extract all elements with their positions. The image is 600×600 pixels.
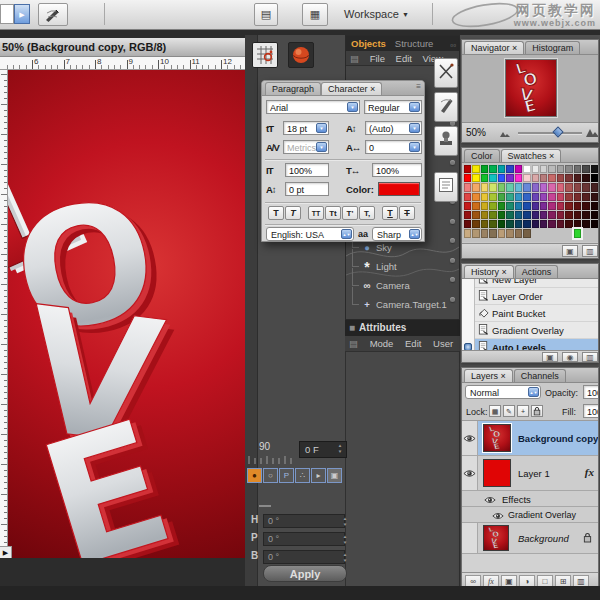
object-visibility-dot[interactable] [450, 277, 455, 282]
swatch[interactable] [515, 202, 522, 210]
swatch[interactable] [557, 174, 564, 182]
swatch[interactable] [532, 174, 539, 182]
swatch[interactable] [565, 183, 572, 191]
p-input[interactable]: 0 ° [263, 532, 345, 546]
swatch[interactable] [472, 202, 479, 210]
swatch[interactable] [515, 193, 522, 201]
swatch[interactable] [557, 183, 564, 191]
blend-mode-stepper[interactable]: ▲▼ [528, 387, 539, 397]
layer-row-layer-1[interactable]: Layer 1 fx [462, 456, 599, 491]
history-source-icon[interactable] [464, 343, 472, 351]
blend-mode-select[interactable]: Normal▲▼ [465, 385, 541, 399]
history-item[interactable]: Gradient Overlay [462, 322, 599, 339]
swatch[interactable] [472, 220, 479, 228]
swatch[interactable] [591, 165, 598, 173]
swatch[interactable] [582, 174, 589, 182]
link-layers-icon[interactable]: ∞ [465, 575, 481, 587]
horizontal-scale-field[interactable]: 100% [372, 163, 422, 177]
tab-channels[interactable]: Channels [514, 369, 566, 382]
swatch[interactable] [523, 229, 530, 237]
layer-row-background-copy[interactable]: Background copy [462, 421, 599, 456]
navigator-zoom-value[interactable]: 50% [466, 127, 486, 138]
object-row-light[interactable]: * Light [350, 258, 455, 276]
history-item-selected[interactable]: Auto Levels [462, 339, 599, 350]
objects-menu-file[interactable]: File [370, 53, 385, 64]
autokey-button[interactable]: ● [247, 468, 262, 483]
swatch[interactable] [557, 202, 564, 210]
swatch[interactable] [523, 211, 530, 219]
tool-preset-field[interactable] [0, 4, 14, 24]
time-stepper[interactable]: ▲▼ [336, 443, 344, 455]
delete-swatch-button[interactable]: ▥ [582, 245, 598, 257]
object-visibility-dot[interactable] [450, 160, 455, 165]
small-caps-button[interactable]: Tt [325, 206, 341, 220]
font-style-select[interactable]: Regular▼ [364, 100, 422, 114]
history-item[interactable]: Layer Order [462, 288, 599, 305]
swatch[interactable] [532, 165, 539, 173]
grid-view-button[interactable] [252, 42, 278, 68]
swatch[interactable] [591, 174, 598, 182]
lock-position-icon[interactable]: + [517, 405, 529, 417]
swatch[interactable] [498, 211, 505, 219]
adjustment-layer-icon[interactable]: ◑ [519, 575, 535, 587]
tab-paragraph[interactable]: Paragraph [265, 82, 321, 95]
swatch[interactable] [472, 229, 479, 237]
history-source-well[interactable] [462, 305, 475, 322]
tool-preset-arrow-button[interactable]: ▶ [14, 4, 30, 24]
text-color-swatch[interactable] [378, 182, 420, 196]
layer-group-icon[interactable]: □ [537, 575, 553, 587]
layer-thumbnail[interactable] [483, 424, 511, 452]
zoom-out-icon[interactable] [500, 130, 510, 137]
strikethrough-button[interactable]: T [399, 206, 415, 220]
new-layer-icon[interactable]: ⊞ [555, 575, 571, 587]
swatch[interactable] [548, 193, 555, 201]
swatch[interactable] [489, 211, 496, 219]
swatch[interactable] [515, 165, 522, 173]
tab-objects[interactable]: Objects [346, 38, 391, 49]
swatch[interactable] [574, 165, 581, 173]
swatch[interactable] [574, 183, 581, 191]
tab-swatches[interactable]: Swatches × [501, 149, 562, 162]
swatch[interactable] [574, 202, 581, 210]
swatch[interactable] [532, 202, 539, 210]
panel-toggle-button[interactable]: ▤ [254, 3, 278, 26]
swatch[interactable] [489, 193, 496, 201]
swatch[interactable] [464, 174, 471, 182]
swatch[interactable] [532, 220, 539, 228]
swatch[interactable] [532, 211, 539, 219]
language-select[interactable]: English: USA▲▼ [266, 227, 354, 241]
effect-eye-icon[interactable] [492, 511, 504, 522]
lock-transparency-icon[interactable]: ▦ [489, 405, 501, 417]
swatch[interactable] [515, 220, 522, 228]
visibility-cell[interactable] [462, 456, 478, 490]
tab-structure[interactable]: Structure [391, 38, 438, 49]
h-input[interactable]: 0 ° [263, 514, 345, 528]
kerning-field[interactable]: Metrics▼ [283, 140, 329, 154]
swatch[interactable] [481, 165, 488, 173]
history-item[interactable]: Paint Bucket [462, 305, 599, 322]
apply-button[interactable]: Apply [263, 565, 347, 582]
layer-row-background[interactable]: Background [462, 523, 599, 554]
effects-eye-icon[interactable] [484, 495, 496, 506]
object-visibility-dot[interactable] [450, 297, 455, 302]
delete-state-button[interactable]: ▥ [582, 352, 598, 362]
dots-key-button[interactable]: ∴ [295, 468, 310, 483]
swatch[interactable] [506, 174, 513, 182]
faux-italic-button[interactable]: T [285, 206, 301, 220]
swatch[interactable] [540, 220, 547, 228]
swatch[interactable] [464, 220, 471, 228]
font-family-select[interactable]: Arial▼ [266, 100, 360, 114]
swatch[interactable] [523, 202, 530, 210]
position-key-button[interactable]: P [279, 468, 294, 483]
effects-label[interactable]: Effects [502, 494, 531, 505]
swatch[interactable] [582, 165, 589, 173]
new-document-from-state-button[interactable]: ▣ [542, 352, 558, 362]
swatch[interactable] [591, 211, 598, 219]
swatch[interactable] [506, 193, 513, 201]
font-family-stepper[interactable]: ▼ [347, 102, 358, 112]
swatch[interactable] [464, 211, 471, 219]
keyframe-button[interactable]: ○ [263, 468, 278, 483]
antialias-stepper[interactable]: ▲▼ [409, 229, 420, 239]
document-title-bar[interactable]: 50% (Background copy, RGB/8) [0, 38, 245, 57]
swatch[interactable] [540, 193, 547, 201]
